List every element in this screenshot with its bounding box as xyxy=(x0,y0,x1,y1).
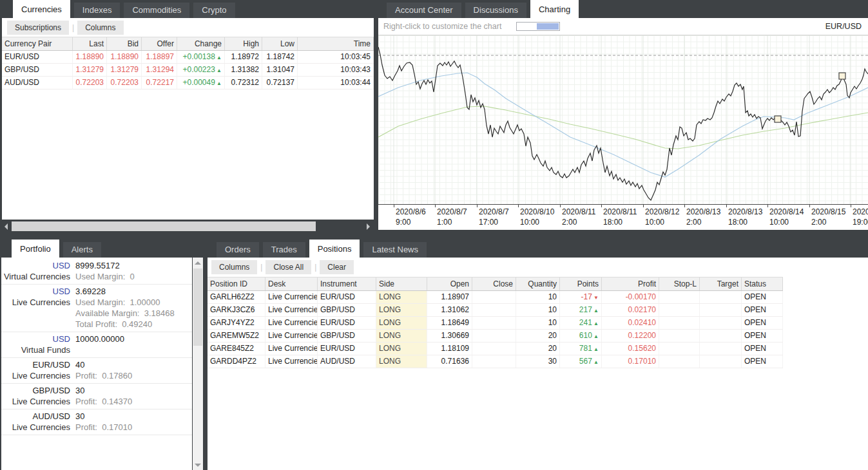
portfolio-entry[interactable]: AUD/USD30Live CurrenciesProfit: 0.17010 xyxy=(1,409,192,435)
up-arrow-icon: ▲ xyxy=(592,346,599,352)
header-status[interactable]: Status xyxy=(742,277,783,290)
portfolio-entry[interactable]: GBP/USD30Live CurrenciesProfit: 0.14370 xyxy=(1,384,192,409)
header-offer[interactable]: Offer xyxy=(142,37,177,50)
position-instrument: AUD/USD xyxy=(318,355,376,368)
tab-account-center[interactable]: Account Center xyxy=(387,3,461,18)
position-close xyxy=(472,317,516,329)
chart-zoom-slider[interactable] xyxy=(516,22,560,31)
subscriptions-button[interactable]: Subscriptions xyxy=(7,21,69,35)
position-row[interactable]: GAREMW5Z2Live CurrenciesGBP/USDLONG1.306… xyxy=(207,330,783,343)
trade-marker[interactable] xyxy=(775,116,781,122)
quote-low: 1.18742 xyxy=(262,51,298,63)
position-row[interactable]: GARLH62Z2Live CurrenciesEUR/USDLONG1.189… xyxy=(207,291,783,304)
quote-row[interactable]: EUR/USD1.188901.188901.18897+0.00138 ▲1.… xyxy=(2,51,374,64)
position-profit: -0.00170 xyxy=(602,291,659,303)
header-points[interactable]: Points xyxy=(560,277,602,290)
header-time[interactable]: Time xyxy=(298,37,374,50)
chart-zoom-slider-thumb[interactable] xyxy=(537,23,559,30)
up-arrow-icon: ▲ xyxy=(592,334,599,339)
position-id: GARDD4PZ2 xyxy=(207,355,265,368)
ma-fast-line xyxy=(378,73,868,177)
tab-alerts[interactable]: Alerts xyxy=(63,242,101,258)
portfolio-symbol: EUR/USD xyxy=(1,359,75,370)
position-side: LONG xyxy=(376,330,427,342)
position-instrument: EUR/USD xyxy=(318,343,376,355)
header-position-id[interactable]: Position ID xyxy=(207,277,265,290)
header-last[interactable]: Last xyxy=(73,37,107,50)
tab-indexes[interactable]: Indexes xyxy=(74,3,121,18)
position-row[interactable]: GARE845Z2Live CurrenciesEUR/USDLONG1.181… xyxy=(207,343,783,355)
position-row[interactable]: GARJY4YZ2Live CurrenciesEUR/USDLONG1.186… xyxy=(207,317,783,330)
columns-button[interactable]: Columns xyxy=(77,21,123,35)
tab-trades[interactable]: Trades xyxy=(263,242,305,258)
quote-change: +0.00223 ▲ xyxy=(177,64,225,76)
toolbar-divider: | xyxy=(72,23,74,32)
header-close[interactable]: Close xyxy=(472,277,516,290)
portfolio-entry[interactable]: USD10000.00000Virtual Funds xyxy=(1,332,192,358)
quote-row[interactable]: GBP/USD1.312791.312791.31294+0.00223 ▲1.… xyxy=(2,64,374,77)
clear-button[interactable]: Clear xyxy=(320,260,354,274)
quote-time: 10:03:45 xyxy=(298,51,374,63)
quotes-panel: Currencies Indexes Commodities Crypto Su… xyxy=(0,0,374,240)
quote-row[interactable]: AUD/USD0.722030.722030.72217+0.00049 ▲0.… xyxy=(2,77,374,89)
header-currency-pair[interactable]: Currency Pair xyxy=(2,37,73,50)
header-bid[interactable]: Bid xyxy=(107,37,142,50)
header-desk[interactable]: Desk xyxy=(265,277,318,290)
quotes-horizontal-scrollbar[interactable] xyxy=(1,221,372,232)
vertical-scrollbar-thumb[interactable] xyxy=(193,268,202,346)
close-all-button[interactable]: Close All xyxy=(265,260,311,274)
x-axis-label: 2020/8/717:00 xyxy=(479,207,509,227)
trade-marker[interactable] xyxy=(839,73,845,79)
portfolio-account-name: Live Currencies xyxy=(1,297,75,308)
scroll-left-icon[interactable] xyxy=(1,221,10,232)
portfolio-detail: Used Margin: 1.00000 xyxy=(75,297,192,308)
tab-orders[interactable]: Orders xyxy=(217,242,259,258)
header-stop-loss[interactable]: Stop-L xyxy=(659,277,700,290)
position-row[interactable]: GARKJ3CZ6Live CurrenciesGBP/USDLONG1.310… xyxy=(207,304,783,317)
position-desk: Live Currencies xyxy=(265,304,318,316)
scroll-down-icon[interactable] xyxy=(193,460,203,470)
tab-currencies[interactable]: Currencies xyxy=(13,0,70,18)
portfolio-detail: Used Margin: 0 xyxy=(75,271,192,282)
chart-plot-area[interactable] xyxy=(378,35,868,204)
position-desk: Live Currencies xyxy=(265,355,318,368)
position-id: GARKJ3CZ6 xyxy=(207,304,265,316)
header-open[interactable]: Open xyxy=(427,277,472,290)
chart-x-axis: 2020/8/69:002020/8/71:002020/8/717:00202… xyxy=(378,204,868,230)
header-target[interactable]: Target xyxy=(700,277,742,290)
tab-commodities[interactable]: Commodities xyxy=(124,3,189,18)
header-high[interactable]: High xyxy=(225,37,262,50)
tab-portfolio[interactable]: Portfolio xyxy=(12,240,59,258)
header-change[interactable]: Change xyxy=(177,37,225,50)
toolbar-divider: | xyxy=(260,263,262,272)
portfolio-detail xyxy=(75,344,192,355)
tab-latest-news[interactable]: Latest News xyxy=(363,242,427,258)
tab-discussions[interactable]: Discussions xyxy=(465,3,526,18)
position-side: LONG xyxy=(376,304,427,316)
positions-content: Columns | Close All | Clear Position ID … xyxy=(207,258,868,470)
position-points: -17 ▼ xyxy=(560,291,602,303)
scroll-right-icon[interactable] xyxy=(363,221,372,232)
header-quantity[interactable]: Quantity xyxy=(516,277,560,290)
header-side[interactable]: Side xyxy=(376,277,427,290)
position-stop-loss xyxy=(659,291,700,303)
axis-tick xyxy=(767,205,768,207)
position-row[interactable]: GARDD4PZ2Live CurrenciesAUD/USDLONG0.716… xyxy=(207,355,783,368)
tab-positions[interactable]: Positions xyxy=(309,240,360,258)
portfolio-entry[interactable]: EUR/USD40Live CurrenciesProfit: 0.17860 xyxy=(1,358,192,384)
tab-charting[interactable]: Charting xyxy=(530,0,579,18)
chart-svg xyxy=(378,35,868,204)
portfolio-entry[interactable]: USD8999.55172Virtual CurrenciesUsed Marg… xyxy=(1,259,192,285)
header-low[interactable]: Low xyxy=(262,37,298,50)
header-profit[interactable]: Profit xyxy=(602,277,659,290)
portfolio-entry[interactable]: USD3.69228Live CurrenciesUsed Margin: 1.… xyxy=(1,285,192,332)
position-points: 241 ▲ xyxy=(560,317,602,329)
portfolio-scrollbar[interactable] xyxy=(193,258,203,470)
scroll-up-icon[interactable] xyxy=(193,258,203,268)
tab-crypto[interactable]: Crypto xyxy=(193,3,235,18)
positions-columns-button[interactable]: Columns xyxy=(211,260,257,274)
positions-tabbar: Orders Trades Positions Latest News xyxy=(207,240,868,258)
horizontal-scrollbar-thumb[interactable] xyxy=(12,221,316,231)
quote-low: 1.31047 xyxy=(262,64,298,76)
header-instrument[interactable]: Instrument xyxy=(318,277,376,290)
